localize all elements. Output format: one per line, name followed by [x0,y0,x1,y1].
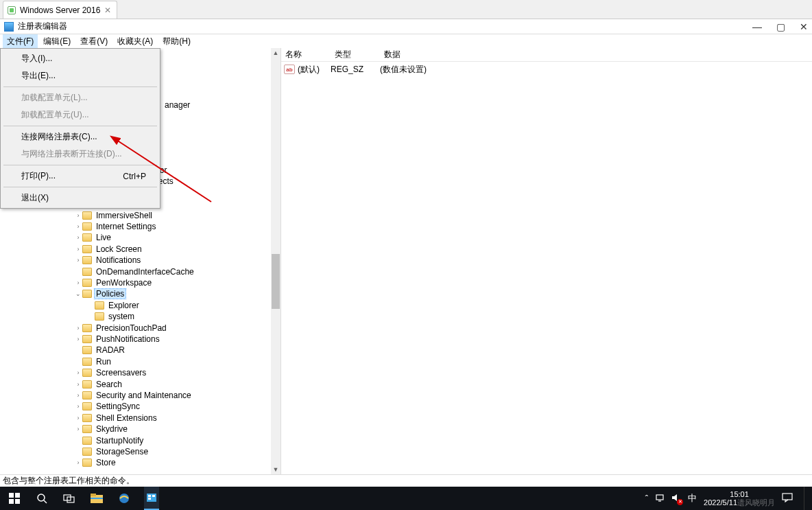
expander-icon[interactable]: › [74,392,82,399]
menu-print[interactable]: 打印(P)... Ctrl+P [2,167,158,185]
expander-icon[interactable]: ⌄ [74,290,82,297]
tree-node[interactable]: ›PenWorkspace [74,277,153,288]
menu-favorites[interactable]: 收藏夹(A) [113,34,157,49]
statusbar: 包含与整个注册表工作相关的命令。 [0,474,812,487]
minimize-button[interactable]: ― [752,21,763,32]
col-data[interactable]: 数据 [380,49,812,60]
svg-rect-4 [15,499,20,504]
tree-node[interactable]: ›SettingSync [74,401,141,412]
tree-node[interactable]: OnDemandInterfaceCache [74,266,195,277]
expander-icon[interactable]: › [74,403,82,410]
tree-node[interactable]: ›Skydrive [74,424,129,434]
tree-node[interactable]: StorageSense [74,446,150,457]
show-desktop-button[interactable] [804,487,808,510]
menu-import[interactable]: 导入(I)... [2,50,158,67]
col-name[interactable]: 名称 [281,49,331,60]
network-icon[interactable] [655,493,665,505]
taskbar-clock[interactable]: 15:01 2022/5/11遗风晓明月 [704,490,775,507]
tree-node-label: RADAR [95,345,126,355]
scroll-thumb[interactable] [272,254,280,309]
volume-icon[interactable]: ✕ [671,493,681,505]
svg-rect-3 [9,499,14,504]
statusbar-text: 包含与整个注册表工作相关的命令。 [3,475,134,487]
tree-node-label: Internet Settings [95,222,157,231]
tree-node-label: OnDemandInterfaceCache [95,267,195,277]
tree-node-label: Live [95,233,112,242]
svg-rect-20 [783,494,792,500]
svg-rect-14 [148,495,151,497]
tree-node[interactable]: ›Lock Screen [74,244,143,255]
tree-node-label: Explorer [107,301,141,310]
host-tabstrip: Windows Server 2016 ✕ [0,0,812,19]
explorer-icon[interactable] [89,491,104,506]
expander-icon[interactable]: › [74,223,82,230]
tree-node-label: StartupNotify [95,436,145,445]
expander-icon[interactable]: › [74,369,82,376]
tree-node[interactable]: ›Notifications [74,255,142,266]
tree-node[interactable]: ›Internet Settings [74,221,157,232]
action-center-icon[interactable] [782,493,793,505]
menu-exit[interactable]: 退出(X) [2,189,158,207]
expander-icon[interactable]: › [74,212,82,219]
expander-icon[interactable]: › [74,415,82,421]
menu-export[interactable]: 导出(E)... [2,67,158,84]
folder-icon [82,448,92,456]
tree-node[interactable]: ›Security and Maintenance [74,390,193,401]
menu-edit[interactable]: 编辑(E) [39,34,75,49]
tree-node[interactable]: ›Search [74,379,123,390]
expander-icon[interactable]: › [74,459,82,466]
expander-icon[interactable]: › [74,381,82,388]
menu-file[interactable]: 文件(F) [3,34,38,49]
tree-node[interactable]: Explorer [86,300,141,311]
svg-marker-19 [672,494,677,501]
scroll-down-icon[interactable]: ▼ [271,465,280,474]
list-row[interactable]: ab (默认) REG_SZ (数值未设置) [281,63,812,76]
menu-view[interactable]: 查看(V) [76,34,112,49]
tree-node-label: Policies [95,289,126,299]
menu-help[interactable]: 帮助(H) [158,34,195,49]
expander-icon[interactable]: › [74,234,82,241]
tree-node-label: Store [95,458,117,467]
tree-node[interactable]: ›PushNotifications [74,334,161,345]
task-view-icon[interactable] [62,491,77,506]
tree-scrollbar[interactable]: ▲ ▼ [271,48,280,474]
vm-tab[interactable]: Windows Server 2016 ✕ [3,1,117,19]
tree-node[interactable]: ›Live [74,232,112,243]
tree-node[interactable]: RADAR [74,345,126,356]
tree-node[interactable]: ›Shell Extensions [74,413,158,424]
tree-node[interactable]: system [86,311,136,322]
svg-rect-11 [91,498,103,499]
expander-icon[interactable]: › [74,336,82,343]
tree-node[interactable]: ›Screensavers [74,367,147,378]
close-icon[interactable]: ✕ [104,5,111,15]
close-button[interactable]: ✕ [798,21,809,32]
tree-node[interactable]: Run [74,356,112,367]
expander-icon[interactable]: › [74,325,82,332]
tree-node[interactable]: ›Store [74,457,117,468]
menu-connect[interactable]: 连接网络注册表(C)... [2,128,158,146]
tree-node-label: Security and Maintenance [95,391,193,400]
tree-node[interactable]: ⌄Policies [74,288,126,299]
svg-point-5 [38,494,45,501]
maximize-button[interactable]: ▢ [775,21,786,32]
tree-node[interactable]: StartupNotify [74,435,145,446]
expander-icon[interactable]: › [74,279,82,286]
regedit-taskbar-icon[interactable] [144,487,159,510]
svg-line-6 [44,500,47,503]
clock-date: 2022/5/11 [704,498,737,507]
ie-icon[interactable] [117,491,132,506]
start-button[interactable] [7,491,22,506]
expander-icon[interactable]: › [74,426,82,432]
scroll-up-icon[interactable]: ▲ [271,48,280,58]
search-icon[interactable] [34,491,49,506]
tray-chevron-icon[interactable]: ˆ [645,494,648,504]
tree-node[interactable]: ›ImmersiveShell [74,210,154,221]
col-type[interactable]: 类型 [331,49,380,60]
tree-node[interactable]: ›PrecisionTouchPad [74,323,168,334]
ime-indicator[interactable]: 中 [688,492,697,505]
expander-icon[interactable]: › [74,257,82,264]
menu-load-hive: 加载配置单元(L)... [2,89,158,106]
vm-state-icon [8,6,16,14]
expander-icon[interactable]: › [74,246,82,253]
vm-tab-label: Windows Server 2016 [20,5,100,15]
